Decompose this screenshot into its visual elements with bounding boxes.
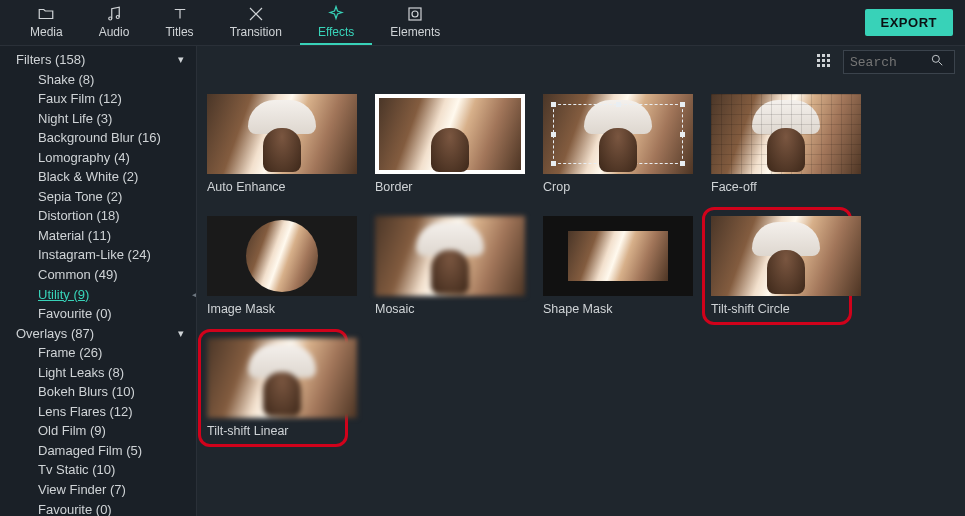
tree-item[interactable]: Tv Static (10)	[0, 460, 196, 480]
nav-tab-media[interactable]: Media	[12, 1, 81, 45]
effect-card[interactable]: Tilt-shift Circle	[702, 207, 852, 325]
nav-tab-label: Elements	[390, 25, 440, 39]
tree-item-label: Lens Flares (12)	[38, 403, 133, 421]
effects-grid: Auto EnhanceBorderCropFace-offImage Mask…	[197, 78, 965, 516]
tree-item-label: Frame (26)	[38, 344, 102, 362]
tree-item-label: Tv Static (10)	[38, 461, 115, 479]
titles-icon	[171, 5, 189, 23]
tree-item-label: Damaged Film (5)	[38, 442, 142, 460]
tree-item-label: Utility (9)	[38, 286, 89, 304]
nav-tab-label: Effects	[318, 25, 354, 39]
tree-item[interactable]: Lomography (4)	[0, 148, 196, 168]
tree-group-label: Filters (158)	[16, 51, 85, 69]
tree-group-label: Overlays (87)	[16, 325, 94, 343]
nav-tab-label: Media	[30, 25, 63, 39]
tree-item[interactable]: Instagram-Like (24)	[0, 245, 196, 265]
tree-item[interactable]: Faux Film (12)	[0, 89, 196, 109]
nav-tab-transition[interactable]: Transition	[212, 1, 300, 45]
tree-item[interactable]: Common (49)	[0, 265, 196, 285]
tree-item-label: Favourite (0)	[38, 501, 112, 516]
svg-point-1	[116, 15, 119, 18]
tree-item[interactable]: Sepia Tone (2)	[0, 187, 196, 207]
sidebar: Filters (158)▾Shake (8)Faux Film (12)Nig…	[0, 46, 196, 516]
nav-tab-titles[interactable]: Titles	[147, 1, 211, 45]
nav-tab-audio[interactable]: Audio	[81, 1, 148, 45]
effect-label: Tilt-shift Circle	[711, 302, 843, 316]
svg-point-0	[109, 17, 112, 20]
tree-item[interactable]: Material (11)	[0, 226, 196, 246]
tree-group[interactable]: Overlays (87)▾	[0, 324, 196, 344]
effect-label: Auto Enhance	[207, 180, 357, 194]
tree-item-label: Black & White (2)	[38, 168, 138, 186]
transition-icon	[247, 5, 265, 23]
tree-item-label: Bokeh Blurs (10)	[38, 383, 135, 401]
effect-thumbnail	[375, 94, 525, 174]
effect-label: Face-off	[711, 180, 861, 194]
effect-thumbnail	[207, 216, 357, 296]
effect-label: Border	[375, 180, 525, 194]
svg-point-3	[412, 11, 418, 17]
search-icon[interactable]	[930, 53, 944, 71]
effect-card[interactable]: Tilt-shift Linear	[198, 329, 348, 447]
tree-item[interactable]: Utility (9)	[0, 285, 196, 305]
tree-item[interactable]: Old Film (9)	[0, 421, 196, 441]
tree-item[interactable]: Black & White (2)	[0, 167, 196, 187]
effect-label: Crop	[543, 180, 693, 194]
effect-thumbnail	[375, 216, 525, 296]
effect-label: Mosaic	[375, 302, 525, 316]
tree-item[interactable]: View Finder (7)	[0, 480, 196, 500]
effect-card[interactable]: Image Mask	[207, 216, 357, 316]
tree-item[interactable]: Night Life (3)	[0, 109, 196, 129]
effect-card[interactable]: Crop	[543, 94, 693, 194]
effect-thumbnail	[711, 216, 861, 296]
effect-label: Tilt-shift Linear	[207, 424, 339, 438]
tree-item[interactable]: Favourite (0)	[0, 500, 196, 516]
effect-thumbnail	[207, 338, 357, 418]
tree-item[interactable]: Distortion (18)	[0, 206, 196, 226]
search-box[interactable]	[843, 50, 955, 74]
effect-label: Shape Mask	[543, 302, 693, 316]
tree-item[interactable]: Light Leaks (8)	[0, 363, 196, 383]
export-button[interactable]: EXPORT	[865, 9, 953, 36]
svg-line-5	[939, 62, 943, 66]
effect-card[interactable]: Mosaic	[375, 216, 525, 316]
top-nav: MediaAudioTitlesTransitionEffectsElement…	[0, 0, 965, 46]
nav-tab-elements[interactable]: Elements	[372, 1, 458, 45]
effect-card[interactable]: Shape Mask	[543, 216, 693, 316]
sidebar-collapse-handle[interactable]: ◀	[188, 282, 196, 306]
tree-item[interactable]: Background Blur (16)	[0, 128, 196, 148]
chevron-down-icon: ▾	[178, 52, 184, 67]
tree-item-label: Old Film (9)	[38, 422, 106, 440]
tree-item-label: Light Leaks (8)	[38, 364, 124, 382]
effect-card[interactable]: Border	[375, 94, 525, 194]
tree-item-label: Instagram-Like (24)	[38, 246, 151, 264]
audio-icon	[105, 5, 123, 23]
effect-card[interactable]: Face-off	[711, 94, 861, 194]
tree-item-label: Favourite (0)	[38, 305, 112, 323]
effect-thumbnail	[207, 94, 357, 174]
nav-tab-label: Audio	[99, 25, 130, 39]
tree-item-label: Material (11)	[38, 227, 111, 245]
grid-view-icon[interactable]	[817, 54, 833, 70]
tree-item[interactable]: Damaged Film (5)	[0, 441, 196, 461]
nav-tab-effects[interactable]: Effects	[300, 1, 372, 45]
tree-item-label: Lomography (4)	[38, 149, 130, 167]
chevron-down-icon: ▾	[178, 326, 184, 341]
tree-item-label: Distortion (18)	[38, 207, 120, 225]
tree-item-label: Background Blur (16)	[38, 129, 161, 147]
tree-group[interactable]: Filters (158)▾	[0, 50, 196, 70]
tree-item[interactable]: Bokeh Blurs (10)	[0, 382, 196, 402]
tree-item-label: Night Life (3)	[38, 110, 112, 128]
tree-item-label: Faux Film (12)	[38, 90, 122, 108]
nav-tab-label: Titles	[165, 25, 193, 39]
tree-item[interactable]: Lens Flares (12)	[0, 402, 196, 422]
effect-card[interactable]: Auto Enhance	[207, 94, 357, 194]
nav-tab-label: Transition	[230, 25, 282, 39]
search-input[interactable]	[850, 55, 930, 70]
tree-item[interactable]: Frame (26)	[0, 343, 196, 363]
tree-item[interactable]: Shake (8)	[0, 70, 196, 90]
tree-item[interactable]: Favourite (0)	[0, 304, 196, 324]
effects-icon	[327, 5, 345, 23]
effect-label: Image Mask	[207, 302, 357, 316]
svg-rect-2	[409, 8, 421, 20]
